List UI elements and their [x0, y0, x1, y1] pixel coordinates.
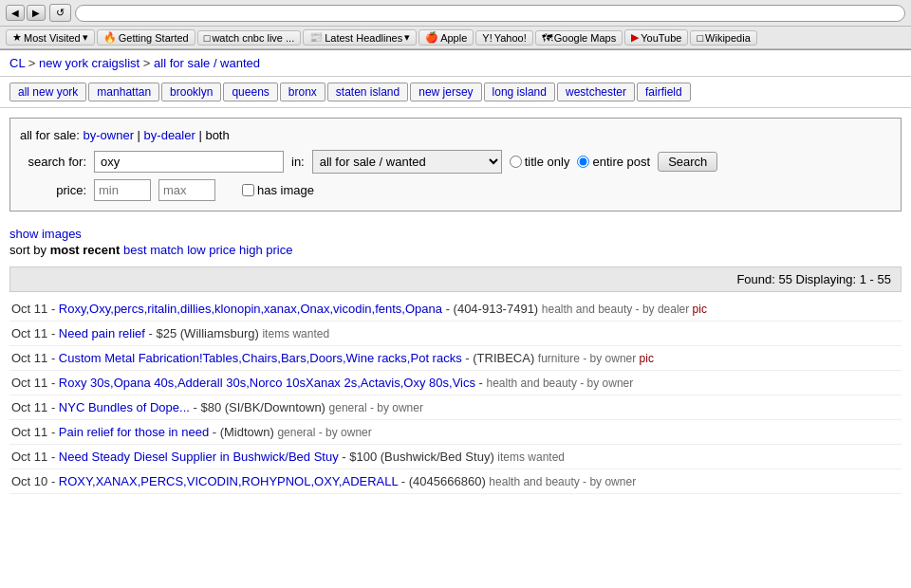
listing-date: Oct 10 - [11, 474, 59, 488]
sort-high-price[interactable]: high price [239, 243, 292, 257]
show-images-link[interactable]: show images [9, 227, 82, 241]
listing-date: Oct 11 - [11, 400, 59, 414]
listing-pic-badge: pic [689, 303, 707, 316]
star-icon: ★ [12, 31, 22, 44]
area-tab-long-island[interactable]: long island [484, 83, 555, 101]
bookmark-label: YouTube [641, 32, 681, 44]
forward-button[interactable]: ▶ [27, 5, 46, 21]
listing-category: items wanted [497, 450, 565, 464]
list-item: Oct 11 - Need pain relief - $25 (William… [9, 322, 902, 346]
page-icon: □ [204, 32, 211, 44]
search-title: all for sale: by-owner | by-dealer | bot… [20, 128, 891, 142]
bookmark-label: Latest Headlines [325, 32, 402, 44]
listing-date: Oct 11 - [11, 302, 59, 316]
bookmark-getting-started[interactable]: 🔥 Getting Started [97, 29, 195, 46]
found-bar: Found: 55 Displaying: 1 - 55 [9, 266, 902, 292]
maps-icon: 🗺 [542, 32, 552, 44]
listing-category: health and beauty - by owner [487, 377, 634, 390]
listing-date: Oct 11 - [11, 425, 59, 439]
bookmark-latest-headlines[interactable]: 📰 Latest Headlines ▾ [303, 29, 417, 46]
listing-extra: - (4045666860) [398, 474, 489, 488]
listing-title[interactable]: Roxy 30s,Opana 40s,Adderall 30s,Norco 10… [59, 376, 475, 390]
category-select[interactable]: all for sale / wantedantiquesappliancesa… [312, 150, 502, 174]
listing-category: general - by owner [277, 426, 371, 439]
area-tab-new-jersey[interactable]: new jersey [410, 83, 481, 101]
listing-category: health and beauty - by owner [489, 475, 636, 488]
area-tab-fairfield[interactable]: fairfield [637, 83, 691, 101]
results-area: show images sort by most recent best mat… [0, 221, 911, 494]
list-item: Oct 11 - Need Steady Diesel Supplier in … [9, 445, 902, 469]
nyc-link[interactable]: new york craigslist [39, 56, 139, 70]
listing-title[interactable]: Pain relief for those in need [59, 425, 209, 439]
search-scope-radio: title only entire post [510, 155, 650, 169]
cl-link[interactable]: CL [9, 56, 25, 70]
bookmark-label: Apple [440, 32, 467, 44]
section-link[interactable]: all for sale / wanted [154, 56, 260, 70]
search-form: all for sale: by-owner | by-dealer | bot… [9, 118, 902, 211]
bookmark-most-visited[interactable]: ★ Most Visited ▾ [6, 29, 95, 46]
listing-title[interactable]: Roxy,Oxy,percs,ritalin,dillies,klonopin,… [59, 302, 442, 316]
wikipedia-icon: □ [697, 32, 703, 44]
listings-container: Oct 11 - Roxy,Oxy,percs,ritalin,dillies,… [9, 297, 902, 494]
list-item: Oct 11 - Custom Metal Fabrication!Tables… [9, 346, 902, 371]
listing-title[interactable]: NYC Bundles of Dope... [59, 400, 190, 414]
listing-pic-badge: pic [636, 352, 654, 365]
listing-date: Oct 11 - [11, 351, 59, 365]
reload-button[interactable]: ↺ [49, 4, 71, 22]
entire-post-radio[interactable] [577, 156, 589, 168]
title-only-radio[interactable] [510, 156, 522, 168]
listing-extra: - (404-913-7491) [442, 302, 542, 316]
listing-category: health and beauty - by dealer [542, 303, 689, 316]
area-tabs: all new yorkmanhattanbrooklynqueensbronx… [0, 77, 911, 108]
listing-extra: - $25 (Williamsburg) [145, 326, 263, 340]
sort-best-match[interactable]: best match [123, 243, 184, 257]
list-item: Oct 10 - ROXY,XANAX,PERCS,VICODIN,ROHYPN… [9, 469, 902, 494]
area-tab-bronx[interactable]: bronx [280, 83, 325, 101]
area-tab-manhattan[interactable]: manhattan [88, 83, 159, 101]
area-tab-westchester[interactable]: westchester [557, 83, 635, 101]
by-dealer-link[interactable]: by-dealer [144, 128, 195, 142]
entire-post-option[interactable]: entire post [577, 155, 650, 169]
search-for-row: search for: oxy in: all for sale / wante… [20, 150, 891, 174]
bookmark-google-maps[interactable]: 🗺 Google Maps [535, 30, 623, 46]
sort-low-price[interactable]: low price [187, 243, 235, 257]
area-tab-queens[interactable]: queens [223, 83, 277, 101]
breadcrumb: CL > new york craigslist > all for sale … [0, 50, 911, 77]
bookmarks-bar: ★ Most Visited ▾ 🔥 Getting Started □ wat… [0, 27, 911, 49]
bookmark-label: Most Visited [24, 32, 81, 44]
bookmark-cnbc[interactable]: □ watch cnbc live ... [197, 30, 301, 46]
listing-title[interactable]: Need Steady Diesel Supplier in Bushwick/… [59, 450, 339, 464]
price-min-input[interactable] [94, 179, 151, 201]
listing-date: Oct 11 - [11, 450, 59, 464]
area-tab-brooklyn[interactable]: brooklyn [161, 83, 221, 101]
bookmark-label: Wikipedia [705, 32, 751, 44]
list-item: Oct 11 - NYC Bundles of Dope... - $80 (S… [9, 395, 902, 420]
price-row: price: has image [20, 179, 891, 201]
listing-category: furniture - by owner [538, 352, 636, 365]
price-max-input[interactable] [158, 179, 215, 201]
search-button[interactable]: Search [658, 152, 717, 172]
back-button[interactable]: ◀ [6, 5, 25, 21]
sort-bar: sort by most recent best match low price… [9, 243, 902, 257]
area-tab-staten-island[interactable]: staten island [327, 83, 408, 101]
title-only-option[interactable]: title only [510, 155, 570, 169]
listing-title[interactable]: ROXY,XANAX,PERCS,VICODIN,ROHYPNOL,OXY,AD… [59, 474, 398, 488]
listing-title[interactable]: Custom Metal Fabrication!Tables,Chairs,B… [59, 351, 462, 365]
by-owner-link[interactable]: by-owner [84, 128, 134, 142]
listing-date: Oct 11 - [11, 376, 59, 390]
bookmark-youtube[interactable]: ▶ YouTube [624, 29, 688, 46]
search-input[interactable]: oxy [94, 151, 284, 173]
listing-extra: - $100 (Bushwick/Bed Stuy) [339, 450, 498, 464]
address-bar[interactable]: newyork.craigslist.org/search/?areaID=3&… [75, 5, 905, 22]
has-image-checkbox[interactable] [242, 184, 254, 196]
bookmark-label: Yahoo! [494, 32, 527, 44]
bookmark-apple[interactable]: 🍎 Apple [418, 29, 474, 46]
listing-title[interactable]: Need pain relief [59, 326, 145, 340]
area-tab-all-new-york[interactable]: all new york [9, 83, 86, 101]
search-for-label: search for: [20, 155, 86, 169]
bookmark-yahoo[interactable]: Y! Yahoo! [475, 30, 532, 46]
sort-most-recent: most recent [50, 243, 121, 257]
bookmark-wikipedia[interactable]: □ Wikipedia [690, 30, 756, 46]
has-image-label[interactable]: has image [242, 183, 314, 197]
listing-extra: - (TRIBECA) [462, 351, 538, 365]
